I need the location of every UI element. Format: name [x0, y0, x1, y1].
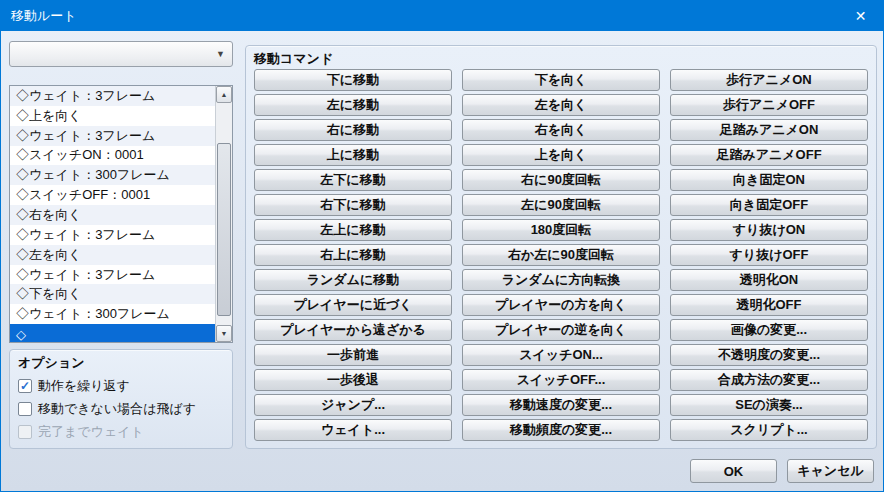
route-list-item[interactable]: ◇右を向く — [10, 205, 215, 225]
route-list-item[interactable]: ◇ウェイト：300フレーム — [10, 165, 215, 185]
route-list-item[interactable]: ◇スイッチOFF：0001 — [10, 185, 215, 205]
close-icon[interactable]: ✕ — [838, 1, 883, 31]
move-command-button[interactable]: プレイヤーから遠ざかる — [254, 319, 452, 341]
move-command-button[interactable]: 透明化ON — [670, 269, 868, 291]
move-command-button[interactable]: スイッチON... — [462, 344, 660, 366]
checkbox-unchecked-icon[interactable] — [18, 402, 32, 416]
move-command-button[interactable]: すり抜けOFF — [670, 244, 868, 266]
scroll-up-icon[interactable]: ▲ — [216, 86, 232, 103]
move-command-button[interactable]: 足踏みアニメOFF — [670, 144, 868, 166]
cancel-button[interactable]: キャンセル — [787, 459, 874, 483]
route-command-list: ◇ウェイト：3フレーム◇上を向く◇ウェイト：3フレーム◇スイッチON：0001◇… — [9, 85, 233, 343]
move-command-button[interactable]: プレイヤーの逆を向く — [462, 319, 660, 341]
titlebar: 移動ルート ✕ — [1, 1, 883, 31]
move-command-button[interactable]: 右下に移動 — [254, 194, 452, 216]
move-commands-grid: 下に移動下を向く歩行アニメON左に移動左を向く歩行アニメOFF右に移動右を向く足… — [254, 69, 868, 441]
option-row[interactable]: ✓動作を繰り返す — [10, 374, 232, 397]
move-command-button[interactable]: 上に移動 — [254, 144, 452, 166]
move-command-button[interactable]: 左上に移動 — [254, 219, 452, 241]
route-list-item[interactable]: ◇ウェイト：300フレーム — [10, 304, 215, 324]
route-target-combobox[interactable]: ▼ — [9, 41, 233, 67]
scrollbar-thumb[interactable] — [217, 143, 231, 316]
route-list-item[interactable]: ◇ウェイト：3フレーム — [10, 265, 215, 285]
move-command-button[interactable]: 左に移動 — [254, 94, 452, 116]
move-command-button[interactable]: スクリプト... — [670, 419, 868, 441]
route-list-item[interactable]: ◇ウェイト：3フレーム — [10, 126, 215, 146]
move-command-button[interactable]: 左に90度回転 — [462, 194, 660, 216]
move-command-button[interactable]: 右に90度回転 — [462, 169, 660, 191]
option-label: 移動できない場合は飛ばす — [38, 400, 196, 418]
route-list-item[interactable]: ◇左を向く — [10, 245, 215, 265]
move-commands-group: 移動コマンド 下に移動下を向く歩行アニメON左に移動左を向く歩行アニメOFF右に… — [245, 45, 877, 449]
move-command-button[interactable]: 一歩前進 — [254, 344, 452, 366]
move-command-button[interactable]: 画像の変更... — [670, 319, 868, 341]
move-command-button[interactable]: ウェイト... — [254, 419, 452, 441]
move-command-button[interactable]: 移動頻度の変更... — [462, 419, 660, 441]
options-rows: ✓動作を繰り返す移動できない場合は飛ばす完了までウェイト — [10, 374, 232, 443]
move-command-button[interactable]: 足踏みアニメON — [670, 119, 868, 141]
move-command-button[interactable]: 左を向く — [462, 94, 660, 116]
move-command-button[interactable]: スイッチOFF... — [462, 369, 660, 391]
option-row: 完了までウェイト — [10, 420, 232, 443]
move-command-button[interactable]: プレイヤーに近づく — [254, 294, 452, 316]
ok-button[interactable]: OK — [690, 459, 777, 483]
move-command-button[interactable]: 右を向く — [462, 119, 660, 141]
option-label: 動作を繰り返す — [38, 377, 130, 395]
checkbox-unchecked-icon — [18, 425, 32, 439]
route-list-item[interactable]: ◇上を向く — [10, 106, 215, 126]
move-command-button[interactable]: 上を向く — [462, 144, 660, 166]
move-command-button[interactable]: 右か左に90度回転 — [462, 244, 660, 266]
move-command-button[interactable]: プレイヤーの方を向く — [462, 294, 660, 316]
move-command-button[interactable]: 歩行アニメOFF — [670, 94, 868, 116]
move-commands-header: 移動コマンド — [246, 46, 876, 70]
route-list-item[interactable]: ◇ウェイト：3フレーム — [10, 86, 215, 106]
route-list-item[interactable]: ◇スイッチON：0001 — [10, 146, 215, 166]
move-command-button[interactable]: 合成方法の変更... — [670, 369, 868, 391]
option-row[interactable]: 移動できない場合は飛ばす — [10, 397, 232, 420]
route-list-item[interactable]: ◇ウェイト：3フレーム — [10, 225, 215, 245]
move-command-button[interactable]: 下を向く — [462, 69, 660, 91]
move-command-button[interactable]: すり抜けON — [670, 219, 868, 241]
move-command-button[interactable]: ランダムに移動 — [254, 269, 452, 291]
move-command-button[interactable]: 右上に移動 — [254, 244, 452, 266]
move-command-button[interactable]: 向き固定ON — [670, 169, 868, 191]
move-route-dialog: 移動ルート ✕ ▼ ◇ウェイト：3フレーム◇上を向く◇ウェイト：3フレーム◇スイ… — [0, 0, 884, 492]
move-command-button[interactable]: 向き固定OFF — [670, 194, 868, 216]
route-list-rows: ◇ウェイト：3フレーム◇上を向く◇ウェイト：3フレーム◇スイッチON：0001◇… — [10, 86, 215, 342]
move-command-button[interactable]: 下に移動 — [254, 69, 452, 91]
chevron-down-icon: ▼ — [216, 49, 225, 59]
option-label: 完了までウェイト — [38, 423, 144, 441]
move-command-button[interactable]: 移動速度の変更... — [462, 394, 660, 416]
options-group: オプション ✓動作を繰り返す移動できない場合は飛ばす完了までウェイト — [9, 349, 233, 449]
scrollbar-track[interactable] — [216, 103, 232, 325]
list-scrollbar[interactable]: ▲ ▼ — [215, 86, 232, 342]
move-command-button[interactable]: 一歩後退 — [254, 369, 452, 391]
move-command-button[interactable]: ランダムに方向転換 — [462, 269, 660, 291]
scroll-down-icon[interactable]: ▼ — [216, 325, 232, 342]
route-list-item[interactable]: ◇ — [10, 324, 215, 342]
route-list-item[interactable]: ◇下を向く — [10, 284, 215, 304]
move-command-button[interactable]: 歩行アニメON — [670, 69, 868, 91]
move-command-button[interactable]: 透明化OFF — [670, 294, 868, 316]
move-command-button[interactable]: 左下に移動 — [254, 169, 452, 191]
move-command-button[interactable]: 右に移動 — [254, 119, 452, 141]
move-command-button[interactable]: ジャンプ... — [254, 394, 452, 416]
checkbox-checked-icon[interactable]: ✓ — [18, 379, 32, 393]
move-command-button[interactable]: 不透明度の変更... — [670, 344, 868, 366]
move-command-button[interactable]: SEの演奏... — [670, 394, 868, 416]
options-header: オプション — [10, 350, 232, 374]
move-command-button[interactable]: 180度回転 — [462, 219, 660, 241]
window-title: 移動ルート — [1, 7, 77, 25]
